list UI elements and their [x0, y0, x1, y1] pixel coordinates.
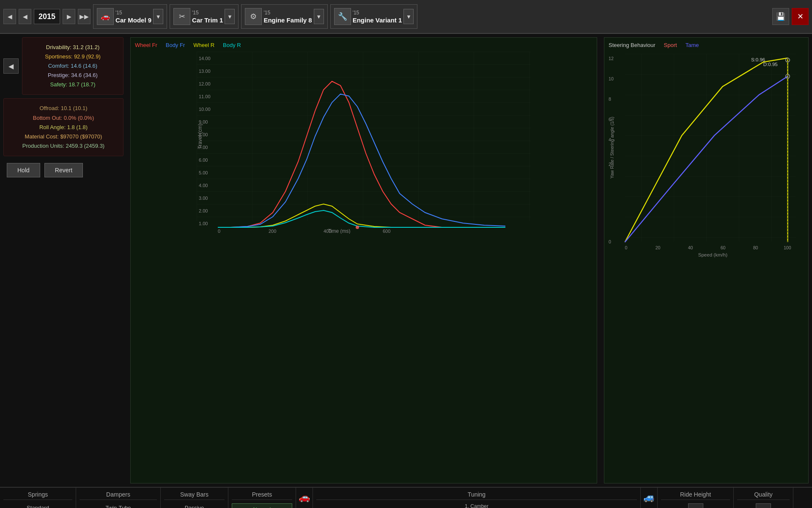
save-button[interactable]: 💾: [772, 8, 789, 25]
legend-wheel-r: Wheel R: [193, 42, 214, 48]
bottom-right-nav: ▶: [793, 488, 812, 508]
car-trim-info: '15 Car Trim 1: [192, 10, 223, 24]
svg-text:60: 60: [721, 245, 726, 250]
svg-text:600: 600: [383, 229, 390, 234]
next-year-btn2[interactable]: ▶▶: [78, 9, 91, 24]
swaybar-title: Sway Bars: [164, 491, 225, 500]
main-content: ◀ Drivability: 31.2 (31.2) Sportiness: 9…: [0, 34, 812, 487]
stats-box-1: Drivability: 31.2 (31.2) Sportiness: 92.…: [22, 37, 123, 95]
dampers-list: Twin-Tube Gas Mono-Tube Adaptive Semi Ac…: [80, 503, 157, 508]
svg-text:1.00: 1.00: [199, 221, 208, 226]
legend-steering: Steering Behaviour: [609, 42, 656, 48]
quality-section: Quality ▲ +15 ▼ Tech 0: [734, 488, 793, 508]
spring-standard[interactable]: Standard: [3, 503, 72, 508]
tuning-header: Tuning: [316, 491, 637, 500]
quality-title: Quality: [737, 491, 790, 500]
svg-point-21: [356, 226, 359, 229]
stat-produnits: Production Units: 2459.3 (2459.3): [9, 141, 118, 151]
svg-text:14.00: 14.00: [199, 56, 211, 61]
svg-text:12.00: 12.00: [199, 81, 211, 86]
svg-text:2.00: 2.00: [199, 208, 208, 213]
tuning-icons-left: 🚗: [296, 488, 313, 508]
car-model-info: '15 Car Model 9: [115, 10, 151, 24]
dampers-title: Dampers: [80, 491, 157, 500]
svg-text:5.00: 5.00: [199, 170, 208, 175]
svg-text:Speed (km/h): Speed (km/h): [698, 252, 727, 257]
tuning-icon-car-right[interactable]: 🚙: [641, 489, 657, 505]
engine-variant-info: '15 Engine Variant 1: [353, 10, 402, 24]
svg-text:13.00: 13.00: [199, 69, 211, 74]
ride-height-section: Ride Height ▲ 204.0 mm ▼: [658, 488, 734, 508]
svg-text:Yaw Rate / Steering angle (1/s: Yaw Rate / Steering angle (1/s): [609, 117, 614, 179]
car-model-section: 🚗 '15 Car Model 9 ▼: [93, 4, 167, 29]
stat-offroad: Offroad: 10.1 (10.1): [9, 104, 118, 113]
ride-height-up[interactable]: ▲: [688, 503, 703, 508]
legend-wheel-fr: Wheel Fr: [135, 42, 157, 48]
damper-twin-tube[interactable]: Twin-Tube: [80, 503, 157, 508]
engine-family-icon: ⚙: [245, 8, 262, 25]
svg-text:Travel (cm): Travel (cm): [197, 124, 203, 149]
tuning-section: Tuning 1. Camber ◀ -2.00° ▶ ◀ -2.10° ▶ 2…: [313, 488, 641, 508]
car-trim-dropdown[interactable]: ▼: [225, 9, 235, 24]
car-model-year: '15: [115, 10, 151, 16]
svg-text:20: 20: [656, 245, 661, 250]
stats-box-2: Offroad: 10.1 (10.1) Bottom Out: 0.0% (0…: [3, 98, 123, 156]
center-charts: Wheel Fr Body Fr Wheel R Body R 14.00 13…: [127, 34, 601, 487]
legend-body-r: Body R: [223, 42, 241, 48]
stat-comfort: Comfort: 14.6 (14.6): [27, 61, 118, 71]
svg-text:0: 0: [625, 245, 628, 250]
svg-text:4.00: 4.00: [199, 183, 208, 188]
revert-button[interactable]: Revert: [44, 163, 83, 177]
tuning-icon-car-left[interactable]: 🚗: [296, 489, 313, 505]
engine-variant-dropdown[interactable]: ▼: [403, 9, 414, 24]
quality-up[interactable]: ▲: [756, 503, 771, 508]
springs-title: Springs: [3, 491, 72, 500]
preset-normal[interactable]: Normal: [232, 503, 292, 508]
prev-year-btn[interactable]: ◀: [3, 9, 16, 24]
hold-button[interactable]: Hold: [7, 163, 40, 177]
engine-variant-icon: 🔧: [334, 8, 351, 25]
left-nav-arrow[interactable]: ◀: [3, 58, 19, 74]
bottom-panel: Springs Standard Progressive Hydropneuma…: [0, 487, 812, 508]
tuning-icons-right: 🚙: [641, 488, 658, 508]
svg-text:S:0.96: S:0.96: [751, 57, 765, 62]
stat-rollangle: Roll Angle: 1.8 (1.8): [9, 123, 118, 132]
car-trim-name: Car Trim 1: [192, 17, 223, 24]
svg-text:0: 0: [218, 229, 220, 234]
quality-controls: ▲ +15 ▼ Tech 0: [737, 503, 790, 508]
svg-text:6.00: 6.00: [199, 157, 208, 163]
svg-text:3.00: 3.00: [199, 196, 208, 201]
stat-bottomout: Bottom Out: 0.0% (0.0%): [9, 113, 118, 123]
svg-rect-22: [625, 54, 796, 241]
next-year-btn[interactable]: ▶: [63, 9, 75, 24]
svg-text:10: 10: [609, 76, 614, 81]
car-model-name: Car Model 9: [115, 17, 151, 24]
engine-variant-name: Engine Variant 1: [353, 17, 402, 24]
car-trim-icon: ✂: [173, 8, 190, 25]
right-panel: Steering Behaviour Sport Tame 12 10 8 6 …: [601, 34, 812, 487]
presets-title: Presets: [232, 491, 292, 500]
presets-section: Presets Normal Comfort Sport Race Offroa…: [228, 488, 296, 508]
swaybar-passive[interactable]: Passive: [164, 503, 225, 508]
engine-variant-section: 🔧 '15 Engine Variant 1 ▼: [330, 4, 418, 29]
ride-height-controls: ▲ 204.0 mm ▼: [661, 503, 730, 508]
legend-tame: Tame: [686, 42, 699, 48]
dampers-section: Dampers Twin-Tube Gas Mono-Tube Adaptive…: [76, 488, 161, 508]
engine-family-dropdown[interactable]: ▼: [314, 9, 324, 24]
springs-list: Standard Progressive Hydropneumatic Air …: [3, 503, 72, 508]
suspension-chart-svg: 14.00 13.00 12.00 11.00 10.00 9.00 8.00 …: [135, 52, 593, 234]
top-bar: ◀ ◀ 2015 ▶ ▶▶ 🚗 '15 Car Model 9 ▼ ✂ '15 …: [0, 0, 812, 34]
car-model-dropdown[interactable]: ▼: [153, 9, 163, 24]
ride-height-title: Ride Height: [661, 491, 730, 500]
engine-family-section: ⚙ '15 Engine Family 8 ▼: [241, 4, 327, 29]
svg-rect-0: [197, 52, 531, 221]
tuning-rows: 1. Camber ◀ -2.00° ▶ ◀ -2.10° ▶ 2. Sprin…: [316, 503, 637, 508]
svg-text:Time (ms): Time (ms): [328, 228, 351, 234]
camber-label: 1. Camber: [316, 503, 637, 508]
stat-drivability: Drivability: 31.2 (31.2): [27, 43, 118, 52]
car-trim-section: ✂ '15 Car Trim 1 ▼: [170, 4, 239, 29]
close-button[interactable]: ✕: [792, 8, 809, 25]
engine-family-name: Engine Family 8: [263, 17, 312, 24]
prev-year-btn2[interactable]: ◀: [19, 9, 31, 24]
svg-text:100: 100: [784, 245, 791, 250]
